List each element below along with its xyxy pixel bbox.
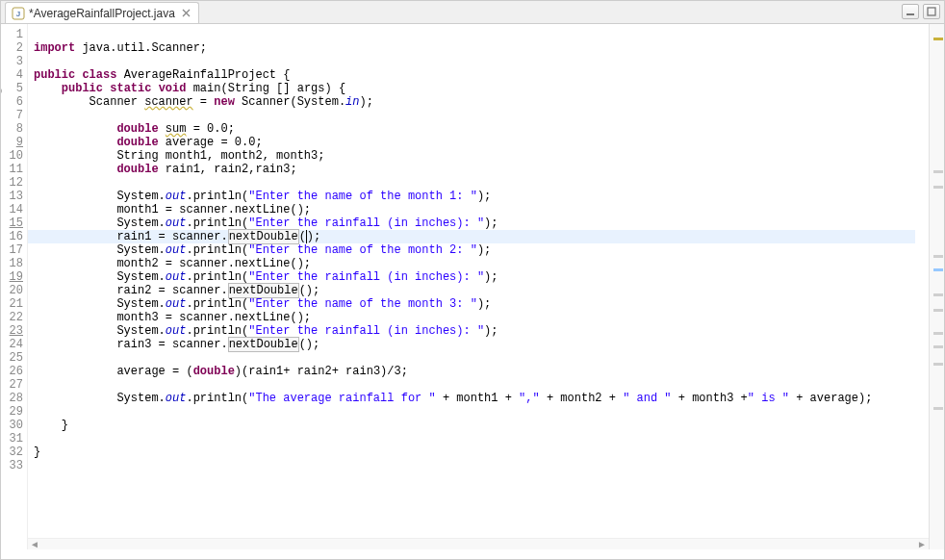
overview-mark[interactable] <box>933 309 943 312</box>
code-line[interactable]: System.out.println("Enter the rainfall (… <box>34 270 929 284</box>
scroll-right-icon[interactable]: ► <box>917 539 927 549</box>
overview-mark[interactable] <box>933 268 943 271</box>
code-line[interactable] <box>34 432 929 445</box>
code-line[interactable] <box>34 405 929 419</box>
line-number: 9 <box>1 136 23 149</box>
line-number: 7 <box>1 109 23 122</box>
code-line[interactable]: double average = 0.0; <box>34 136 929 149</box>
code-line[interactable]: month1 = scanner.nextLine(); <box>34 203 929 216</box>
line-number: 11 <box>1 163 23 176</box>
line-number: 25 <box>1 351 23 365</box>
line-number: 31 <box>1 432 23 445</box>
line-number: 13 <box>1 190 23 203</box>
line-number: 28 <box>1 392 23 405</box>
line-number: 33 <box>1 459 23 472</box>
scroll-left-icon[interactable]: ◄ <box>30 539 39 549</box>
code-line[interactable] <box>34 28 929 41</box>
code-line[interactable]: } <box>34 419 929 432</box>
editor-content: 1234567891011121314151617181920212223242… <box>1 24 944 549</box>
line-number: 32 <box>1 445 23 459</box>
code-line[interactable] <box>34 109 929 122</box>
line-number: 19 <box>1 270 23 284</box>
line-number: 4 <box>1 68 23 82</box>
code-line[interactable]: System.out.println("The average rainfall… <box>34 392 929 405</box>
line-number-gutter[interactable]: 1234567891011121314151617181920212223242… <box>1 24 28 549</box>
svg-rect-2 <box>907 13 914 15</box>
code-line[interactable]: public static void main(String [] args) … <box>34 82 929 95</box>
line-number: 16 <box>1 230 23 243</box>
overview-mark[interactable] <box>933 407 943 410</box>
svg-rect-3 <box>928 8 935 15</box>
line-number: 8 <box>1 122 23 136</box>
window-controls <box>902 4 940 19</box>
line-number: 30 <box>1 419 23 432</box>
overview-mark[interactable] <box>933 186 943 189</box>
code-line[interactable]: System.out.println("Enter the name of th… <box>34 243 929 257</box>
code-line[interactable] <box>34 55 929 68</box>
overview-mark[interactable] <box>933 38 943 40</box>
code-line[interactable]: double rain1, rain2,rain3; <box>34 163 929 176</box>
fold-toggle-icon[interactable] <box>0 85 2 91</box>
code-line[interactable] <box>34 378 929 392</box>
code-line[interactable]: rain1 = scanner.nextDouble(); <box>28 230 915 243</box>
line-number: 24 <box>1 338 23 351</box>
vertical-scrollbar[interactable] <box>929 24 944 549</box>
code-area[interactable]: import java.util.Scanner;public class Av… <box>28 24 929 549</box>
line-number: 6 <box>1 95 23 109</box>
line-number: 21 <box>1 297 23 311</box>
overview-mark[interactable] <box>933 363 943 366</box>
code-line[interactable]: } <box>34 445 929 459</box>
code-line[interactable]: String month1, month2, month3; <box>34 149 929 163</box>
code-line[interactable] <box>34 459 929 472</box>
line-number: 27 <box>1 378 23 392</box>
code-line[interactable]: System.out.println("Enter the rainfall (… <box>34 216 929 230</box>
line-number: 1 <box>1 28 23 41</box>
line-number: 29 <box>1 405 23 419</box>
code-line[interactable]: Scanner scanner = new Scanner(System.in)… <box>34 95 929 109</box>
line-number: 2 <box>1 41 23 55</box>
tab-label: *AverageRainfallProject.java <box>29 7 175 20</box>
code-line[interactable]: System.out.println("Enter the name of th… <box>34 297 929 311</box>
code-line[interactable]: double sum = 0.0; <box>34 122 929 136</box>
tab-bar: J *AverageRainfallProject.java <box>1 1 944 24</box>
overview-mark[interactable] <box>933 332 943 335</box>
overview-mark[interactable] <box>933 345 943 348</box>
line-number: 5 <box>1 82 23 95</box>
editor-tab[interactable]: J *AverageRainfallProject.java <box>5 2 199 23</box>
line-number: 26 <box>1 365 23 378</box>
overview-mark[interactable] <box>933 170 943 173</box>
code-line[interactable]: public class AverageRainfallProject { <box>34 68 929 82</box>
maximize-icon[interactable] <box>923 4 940 19</box>
code-line[interactable] <box>34 351 929 365</box>
java-file-icon: J <box>12 7 25 20</box>
line-number: 23 <box>1 324 23 338</box>
line-number: 3 <box>1 55 23 68</box>
line-number: 17 <box>1 243 23 257</box>
line-number: 12 <box>1 176 23 190</box>
line-number: 10 <box>1 149 23 163</box>
code-line[interactable]: System.out.println("Enter the name of th… <box>34 190 929 203</box>
line-number: 15 <box>1 216 23 230</box>
code-line[interactable]: month3 = scanner.nextLine(); <box>34 311 929 324</box>
code-line[interactable]: rain3 = scanner.nextDouble(); <box>34 338 929 351</box>
close-icon[interactable] <box>181 8 192 19</box>
svg-text:J: J <box>16 10 20 18</box>
horizontal-scrollbar[interactable]: ◄ ► <box>28 538 929 549</box>
code-line[interactable]: import java.util.Scanner; <box>34 41 929 55</box>
line-number: 20 <box>1 284 23 297</box>
line-number: 18 <box>1 257 23 270</box>
code-line[interactable]: month2 = scanner.nextLine(); <box>34 257 929 270</box>
minimize-icon[interactable] <box>902 4 919 19</box>
overview-mark[interactable] <box>933 293 943 296</box>
code-line[interactable]: rain2 = scanner.nextDouble(); <box>34 284 929 297</box>
line-number: 14 <box>1 203 23 216</box>
code-line[interactable]: average = (double)(rain1+ rain2+ rain3)/… <box>34 365 929 378</box>
code-line[interactable] <box>34 176 929 190</box>
line-number: 22 <box>1 311 23 324</box>
code-line[interactable]: System.out.println("Enter the rainfall (… <box>34 324 929 338</box>
overview-mark[interactable] <box>933 255 943 258</box>
